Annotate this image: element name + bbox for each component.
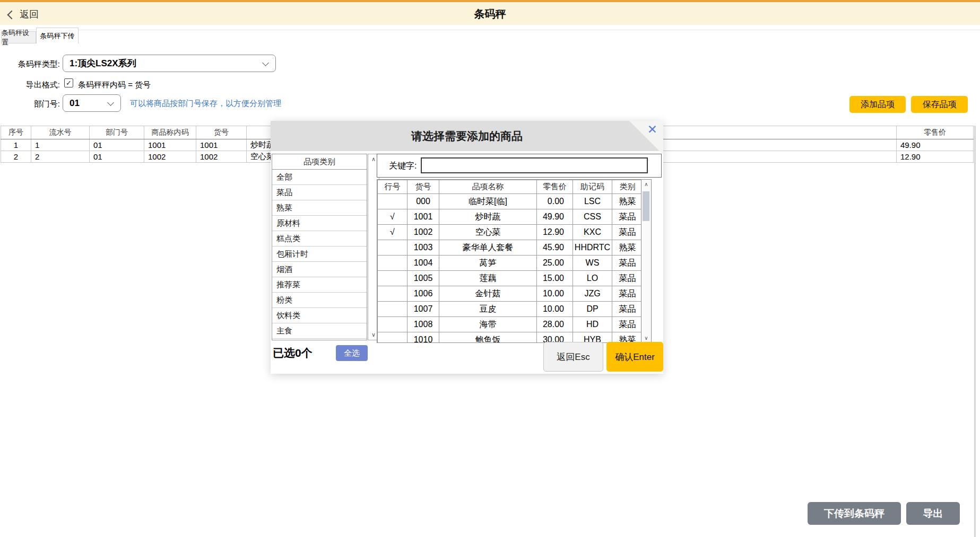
product-row[interactable]: 1004 莴笋 25.00 WS 菜品 <box>378 256 643 271</box>
keyword-label: 关键字: <box>389 161 417 172</box>
category-item[interactable]: 饮料类 <box>272 308 367 323</box>
add-item-button[interactable]: 添加品项 <box>849 96 906 113</box>
col-serial: 流水号 <box>31 126 90 139</box>
category-item[interactable]: 主食 <box>272 323 367 339</box>
chevron-down-icon <box>262 59 269 66</box>
product-table-container: 行号 货号 品项名称 零售价 助记码 类别 000 临时菜[临] 0.00 L <box>377 179 652 343</box>
keyword-search-box: 关键字: <box>377 154 662 178</box>
scroll-up-icon[interactable]: ∧ <box>371 156 376 163</box>
add-product-dialog: 请选择需要添加的商品 ✕ 品项类别 全部 菜品 熟菜 原材料 糕点类 包厢计时 … <box>271 121 663 374</box>
chevron-down-icon <box>107 99 114 106</box>
category-item[interactable]: 粉类 <box>272 293 367 308</box>
tabbar-divider <box>0 30 980 30</box>
col-price: 零售价 <box>897 126 974 139</box>
product-row[interactable]: 000 临时菜[临] 0.00 LSC 熟菜 <box>378 194 643 209</box>
product-row[interactable]: 1005 莲藕 15.00 LO 菜品 <box>378 271 643 286</box>
export-format-checkbox-label: 条码秤秤内码 = 货号 <box>78 80 151 90</box>
dialog-title: 请选择需要添加的商品 <box>271 121 663 151</box>
page-title: 条码秤 <box>0 2 980 26</box>
col-item-name: 品项名称 <box>439 180 537 194</box>
product-header-row: 行号 货号 品项名称 零售价 助记码 类别 <box>378 180 643 194</box>
col-mnemonic: 助记码 <box>573 180 612 194</box>
dept-label: 部门号: <box>0 99 60 109</box>
category-item[interactable]: 原材料 <box>272 216 367 231</box>
scroll-up-icon[interactable]: ∧ <box>641 181 651 187</box>
select-all-button[interactable]: 全选 <box>336 345 368 361</box>
product-row[interactable]: √ 1001 炒时蔬 49.90 CSS 菜品 <box>378 209 643 225</box>
dialog-header: 请选择需要添加的商品 <box>271 121 663 151</box>
col-item-code: 货号 <box>196 126 247 139</box>
dept-value: 01 <box>70 98 80 109</box>
category-item-all[interactable]: 全部 <box>272 170 367 185</box>
scroll-down-icon[interactable]: ∨ <box>641 335 651 341</box>
scale-type-label: 条码秤类型: <box>0 59 60 69</box>
category-item[interactable]: 糕点类 <box>272 231 367 247</box>
category-list-header: 品项类别 <box>272 154 367 170</box>
top-bar: 返回 条码秤 <box>0 0 980 25</box>
product-row[interactable]: 1008 海带 28.00 HD 菜品 <box>378 317 643 332</box>
product-row[interactable]: √ 1002 空心菜 12.90 KXC 菜品 <box>378 225 643 240</box>
scale-type-select[interactable]: 1:顶尖LS2X系列 <box>63 55 276 72</box>
scroll-down-icon[interactable]: ∨ <box>371 331 376 338</box>
product-table: 行号 货号 品项名称 零售价 助记码 类别 000 临时菜[临] 0.00 L <box>377 180 643 343</box>
export-button[interactable]: 导出 <box>906 502 960 525</box>
col-dept: 部门号 <box>90 126 144 139</box>
category-item[interactable]: 菜品 <box>272 185 367 200</box>
category-item[interactable]: 熟菜 <box>272 200 367 216</box>
keyword-input[interactable] <box>421 157 648 173</box>
scale-type-value: 1:顶尖LS2X系列 <box>70 57 136 69</box>
tab-scale-download[interactable]: 条码秤下传 <box>36 28 79 43</box>
category-item[interactable]: 推荐菜 <box>272 277 367 293</box>
page-scrollbar[interactable] <box>974 126 976 537</box>
close-icon[interactable]: ✕ <box>647 124 657 136</box>
cancel-button[interactable]: 返回Esc <box>543 342 603 372</box>
dept-select[interactable]: 01 <box>63 94 121 112</box>
col-price: 零售价 <box>537 180 573 194</box>
col-seq: 序号 <box>1 126 31 139</box>
product-row[interactable]: 1006 金针菇 10.00 JZG 菜品 <box>378 286 643 302</box>
tab-scale-settings[interactable]: 条码秤设置 <box>1 31 36 43</box>
product-row[interactable]: 1010 鲍鱼饭 30.00 HYB 熟菜 <box>378 332 643 344</box>
product-scrollbar[interactable]: ∧ ∨ <box>641 180 651 342</box>
col-item-code: 货号 <box>407 180 439 194</box>
dept-hint: 可以将商品按部门号保存，以方便分别管理 <box>130 99 281 109</box>
col-row-no: 行号 <box>378 180 407 194</box>
barcode-scale-page: 返回 条码秤 条码秤设置 条码秤下传 条码秤类型: 1:顶尖LS2X系列 导出格… <box>0 0 980 537</box>
selected-count: 已选0个 <box>273 346 313 360</box>
product-row[interactable]: 1007 豆皮 10.00 DP 菜品 <box>378 302 643 317</box>
col-scale-code: 商品称内码 <box>144 126 196 139</box>
export-format-checkbox[interactable] <box>64 78 73 87</box>
download-to-scale-button[interactable]: 下传到条码秤 <box>808 502 901 525</box>
export-format-label: 导出格式: <box>0 80 60 90</box>
category-item[interactable]: 包厢计时 <box>272 247 367 262</box>
category-list: 品项类别 全部 菜品 熟菜 原材料 糕点类 包厢计时 烟酒 推荐菜 粉类 饮料类… <box>272 154 367 340</box>
save-item-button[interactable]: 保存品项 <box>911 96 968 113</box>
product-row[interactable]: 1003 豪华单人套餐 45.90 HHDRTC 熟菜 <box>378 240 643 256</box>
scrollbar-thumb[interactable] <box>643 191 649 221</box>
confirm-button[interactable]: 确认Enter <box>606 342 663 372</box>
col-category: 类别 <box>612 180 643 194</box>
category-item[interactable]: 烟酒 <box>272 262 367 277</box>
